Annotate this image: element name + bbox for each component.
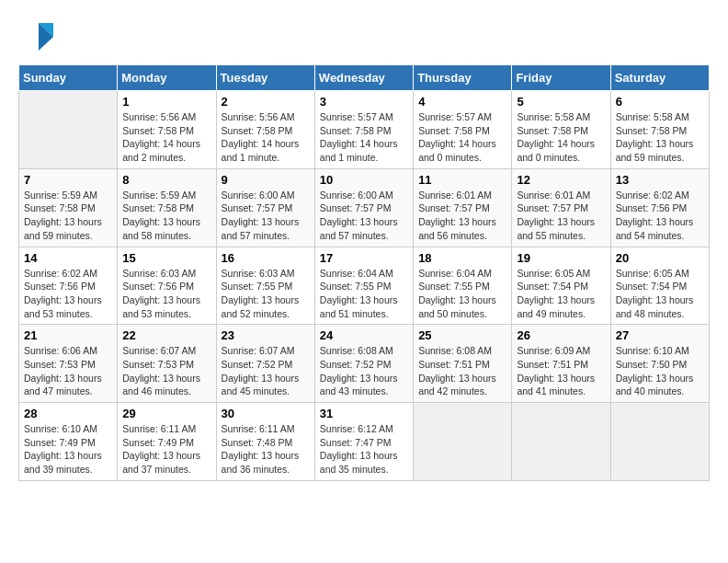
calendar-cell: 26Sunrise: 6:09 AM Sunset: 7:51 PM Dayli… xyxy=(512,325,610,403)
day-number: 7 xyxy=(24,173,112,187)
calendar-week-row: 28Sunrise: 6:10 AM Sunset: 7:49 PM Dayli… xyxy=(19,403,710,481)
day-number: 23 xyxy=(222,328,310,342)
day-info: Sunrise: 5:58 AM Sunset: 7:58 PM Dayligh… xyxy=(616,110,704,165)
day-number: 4 xyxy=(418,95,506,109)
calendar-cell: 6Sunrise: 5:58 AM Sunset: 7:58 PM Daylig… xyxy=(610,91,709,169)
day-number: 17 xyxy=(320,251,408,265)
day-info: Sunrise: 6:08 AM Sunset: 7:51 PM Dayligh… xyxy=(418,344,506,398)
logo xyxy=(18,18,59,55)
calendar-cell xyxy=(512,403,610,481)
day-info: Sunrise: 6:02 AM Sunset: 7:56 PM Dayligh… xyxy=(616,189,704,243)
page-header xyxy=(18,18,710,55)
calendar-week-row: 14Sunrise: 6:02 AM Sunset: 7:56 PM Dayli… xyxy=(19,247,710,325)
day-info: Sunrise: 6:10 AM Sunset: 7:49 PM Dayligh… xyxy=(24,422,112,477)
day-info: Sunrise: 6:12 AM Sunset: 7:47 PM Dayligh… xyxy=(320,422,408,477)
calendar-cell: 29Sunrise: 6:11 AM Sunset: 7:49 PM Dayli… xyxy=(118,403,216,481)
calendar-week-row: 7Sunrise: 5:59 AM Sunset: 7:58 PM Daylig… xyxy=(19,168,710,247)
day-number: 30 xyxy=(222,407,310,420)
calendar-cell: 28Sunrise: 6:10 AM Sunset: 7:49 PM Dayli… xyxy=(19,403,118,481)
calendar-cell: 1Sunrise: 5:56 AM Sunset: 7:58 PM Daylig… xyxy=(118,91,216,169)
day-number: 18 xyxy=(418,251,506,265)
weekday-header-wednesday: Wednesday xyxy=(314,65,413,91)
day-info: Sunrise: 6:00 AM Sunset: 7:57 PM Dayligh… xyxy=(320,189,408,243)
day-info: Sunrise: 6:01 AM Sunset: 7:57 PM Dayligh… xyxy=(517,189,605,243)
weekday-header-sunday: Sunday xyxy=(19,65,118,91)
calendar-cell: 15Sunrise: 6:03 AM Sunset: 7:56 PM Dayli… xyxy=(118,247,216,325)
calendar-cell: 27Sunrise: 6:10 AM Sunset: 7:50 PM Dayli… xyxy=(610,325,709,403)
day-info: Sunrise: 6:02 AM Sunset: 7:56 PM Dayligh… xyxy=(24,267,112,321)
calendar-cell: 22Sunrise: 6:07 AM Sunset: 7:53 PM Dayli… xyxy=(118,325,216,403)
calendar-cell: 21Sunrise: 6:06 AM Sunset: 7:53 PM Dayli… xyxy=(19,325,118,403)
day-info: Sunrise: 5:56 AM Sunset: 7:58 PM Dayligh… xyxy=(122,110,210,165)
day-number: 24 xyxy=(320,328,408,342)
calendar-cell: 4Sunrise: 5:57 AM Sunset: 7:58 PM Daylig… xyxy=(414,91,512,169)
day-number: 26 xyxy=(517,328,605,342)
day-info: Sunrise: 6:09 AM Sunset: 7:51 PM Dayligh… xyxy=(517,344,605,398)
calendar-cell: 9Sunrise: 6:00 AM Sunset: 7:57 PM Daylig… xyxy=(216,168,314,247)
day-info: Sunrise: 5:59 AM Sunset: 7:58 PM Dayligh… xyxy=(122,189,210,243)
calendar-cell xyxy=(610,403,709,481)
calendar-cell: 18Sunrise: 6:04 AM Sunset: 7:55 PM Dayli… xyxy=(414,247,512,325)
calendar-cell: 24Sunrise: 6:08 AM Sunset: 7:52 PM Dayli… xyxy=(314,325,413,403)
logo-icon xyxy=(18,18,55,55)
day-info: Sunrise: 6:11 AM Sunset: 7:49 PM Dayligh… xyxy=(122,422,210,477)
day-number: 13 xyxy=(616,173,704,187)
day-info: Sunrise: 6:03 AM Sunset: 7:56 PM Dayligh… xyxy=(122,267,210,321)
calendar-cell: 12Sunrise: 6:01 AM Sunset: 7:57 PM Dayli… xyxy=(512,168,610,247)
day-info: Sunrise: 6:08 AM Sunset: 7:52 PM Dayligh… xyxy=(320,344,408,398)
day-number: 21 xyxy=(24,328,112,342)
day-info: Sunrise: 5:59 AM Sunset: 7:58 PM Dayligh… xyxy=(24,189,112,243)
calendar-cell: 23Sunrise: 6:07 AM Sunset: 7:52 PM Dayli… xyxy=(216,325,314,403)
calendar-cell: 8Sunrise: 5:59 AM Sunset: 7:58 PM Daylig… xyxy=(118,168,216,247)
day-info: Sunrise: 5:56 AM Sunset: 7:58 PM Dayligh… xyxy=(222,110,310,165)
day-info: Sunrise: 5:58 AM Sunset: 7:58 PM Dayligh… xyxy=(517,110,605,165)
calendar-cell: 7Sunrise: 5:59 AM Sunset: 7:58 PM Daylig… xyxy=(19,168,118,247)
calendar-cell: 16Sunrise: 6:03 AM Sunset: 7:55 PM Dayli… xyxy=(216,247,314,325)
calendar-cell xyxy=(414,403,512,481)
day-number: 10 xyxy=(320,173,408,187)
day-info: Sunrise: 5:57 AM Sunset: 7:58 PM Dayligh… xyxy=(418,110,506,165)
day-info: Sunrise: 6:03 AM Sunset: 7:55 PM Dayligh… xyxy=(222,267,310,321)
calendar-cell: 19Sunrise: 6:05 AM Sunset: 7:54 PM Dayli… xyxy=(512,247,610,325)
calendar-cell: 11Sunrise: 6:01 AM Sunset: 7:57 PM Dayli… xyxy=(414,168,512,247)
calendar-cell: 5Sunrise: 5:58 AM Sunset: 7:58 PM Daylig… xyxy=(512,91,610,169)
calendar-cell: 2Sunrise: 5:56 AM Sunset: 7:58 PM Daylig… xyxy=(216,91,314,169)
day-number: 16 xyxy=(222,251,310,265)
weekday-header-row: SundayMondayTuesdayWednesdayThursdayFrid… xyxy=(19,65,710,91)
day-number: 5 xyxy=(517,95,605,109)
calendar-cell: 30Sunrise: 6:11 AM Sunset: 7:48 PM Dayli… xyxy=(216,403,314,481)
day-number: 27 xyxy=(616,328,704,342)
weekday-header-monday: Monday xyxy=(118,65,216,91)
day-number: 19 xyxy=(517,251,605,265)
day-number: 6 xyxy=(616,95,704,109)
calendar-cell: 10Sunrise: 6:00 AM Sunset: 7:57 PM Dayli… xyxy=(314,168,413,247)
day-number: 1 xyxy=(122,95,210,109)
day-number: 3 xyxy=(320,95,408,109)
day-number: 15 xyxy=(122,251,210,265)
day-info: Sunrise: 6:07 AM Sunset: 7:52 PM Dayligh… xyxy=(222,344,310,398)
calendar-cell: 31Sunrise: 6:12 AM Sunset: 7:47 PM Dayli… xyxy=(314,403,413,481)
calendar-table: SundayMondayTuesdayWednesdayThursdayFrid… xyxy=(18,64,710,481)
day-number: 31 xyxy=(320,407,408,420)
day-info: Sunrise: 6:06 AM Sunset: 7:53 PM Dayligh… xyxy=(24,344,112,398)
day-number: 9 xyxy=(222,173,310,187)
day-number: 12 xyxy=(517,173,605,187)
day-number: 14 xyxy=(24,251,112,265)
day-info: Sunrise: 6:04 AM Sunset: 7:55 PM Dayligh… xyxy=(320,267,408,321)
day-number: 22 xyxy=(122,328,210,342)
day-info: Sunrise: 6:11 AM Sunset: 7:48 PM Dayligh… xyxy=(222,422,310,477)
day-number: 20 xyxy=(616,251,704,265)
calendar-week-row: 1Sunrise: 5:56 AM Sunset: 7:58 PM Daylig… xyxy=(19,91,710,169)
calendar-cell: 14Sunrise: 6:02 AM Sunset: 7:56 PM Dayli… xyxy=(19,247,118,325)
day-number: 25 xyxy=(418,328,506,342)
calendar-cell: 25Sunrise: 6:08 AM Sunset: 7:51 PM Dayli… xyxy=(414,325,512,403)
weekday-header-saturday: Saturday xyxy=(610,65,709,91)
day-info: Sunrise: 6:05 AM Sunset: 7:54 PM Dayligh… xyxy=(616,267,704,321)
calendar-cell: 20Sunrise: 6:05 AM Sunset: 7:54 PM Dayli… xyxy=(610,247,709,325)
calendar-cell: 13Sunrise: 6:02 AM Sunset: 7:56 PM Dayli… xyxy=(610,168,709,247)
day-number: 8 xyxy=(122,173,210,187)
day-number: 28 xyxy=(24,407,112,420)
calendar-cell: 17Sunrise: 6:04 AM Sunset: 7:55 PM Dayli… xyxy=(314,247,413,325)
day-info: Sunrise: 5:57 AM Sunset: 7:58 PM Dayligh… xyxy=(320,110,408,165)
day-number: 11 xyxy=(418,173,506,187)
